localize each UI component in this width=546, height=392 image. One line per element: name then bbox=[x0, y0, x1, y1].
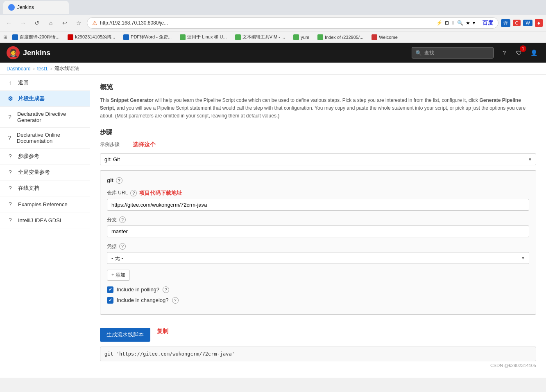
bookmark-index-icon bbox=[317, 34, 323, 40]
undo-nav-btn[interactable]: ↩ bbox=[59, 17, 70, 29]
browser-toolbar: ← → ↺ ⌂ ↩ ☆ ⚠ http://192.168.70.130:8080… bbox=[0, 15, 546, 31]
include-polling-help-icon[interactable]: ? bbox=[163, 286, 169, 293]
sidebar-online-doc-label: 在线文档 bbox=[18, 185, 39, 192]
repo-url-help-icon[interactable]: ? bbox=[130, 190, 137, 196]
sidebar-item-examples-ref[interactable]: ? Examples Reference bbox=[0, 196, 90, 212]
branch-input[interactable] bbox=[107, 225, 529, 237]
include-polling-checkbox[interactable] bbox=[107, 286, 113, 293]
credentials-select-wrapper[interactable]: - 无 - bbox=[107, 252, 529, 264]
user-icon-btn[interactable]: 👤 bbox=[528, 47, 539, 59]
output-box: git 'https://gitee.com/wukongcrm/72crm-j… bbox=[100, 347, 536, 361]
decl-online-doc-icon: ? bbox=[7, 134, 13, 142]
sidebar-item-steps-ref[interactable]: ? 步骤参考 bbox=[0, 149, 90, 164]
generate-btn[interactable]: 生成流水线脚本 bbox=[100, 328, 150, 342]
ext-color-icon[interactable]: C bbox=[513, 20, 521, 26]
forward-nav-btn[interactable]: → bbox=[17, 17, 29, 29]
sidebar-back-label: 返回 bbox=[18, 79, 29, 86]
repo-url-label: 仓库 URL bbox=[107, 189, 128, 196]
step-select-wrapper[interactable]: git: Git checkout: Check out from versio… bbox=[100, 153, 536, 165]
breadcrumb-test1[interactable]: test1 bbox=[37, 66, 48, 72]
ext-translate-icon[interactable]: 译 bbox=[501, 19, 510, 27]
bookmark-welcome[interactable]: Welcome bbox=[368, 34, 401, 41]
sidebar-examples-ref-label: Examples Reference bbox=[18, 201, 68, 207]
reload-nav-btn[interactable]: ↺ bbox=[31, 17, 43, 29]
bookmark-welcome-icon bbox=[372, 34, 377, 40]
credentials-help-icon[interactable]: ? bbox=[119, 243, 126, 250]
header-search[interactable]: 🔍 bbox=[412, 47, 494, 59]
bookmark-csdn[interactable]: k2902314105的博... bbox=[64, 33, 118, 41]
sidebar-item-snippet-gen[interactable]: ⚙ 片段生成器 bbox=[0, 91, 90, 107]
breadcrumb: Dashboard › test1 › 流水线语法 bbox=[0, 63, 546, 75]
bookmark-linux[interactable]: 适用于 Linux 和 U... bbox=[177, 33, 230, 41]
translate-icon: T bbox=[451, 20, 454, 26]
home-nav-btn[interactable]: ⌂ bbox=[45, 17, 57, 29]
select-annotation: 选择这个 bbox=[133, 141, 156, 149]
add-btn-container: + 添加 bbox=[107, 270, 529, 281]
ext-extra-icon[interactable]: ♦ bbox=[535, 19, 543, 27]
output-code: git 'https://gitee.com/wukongcrm/72crm-j… bbox=[104, 351, 235, 357]
branch-help-icon[interactable]: ? bbox=[119, 216, 126, 223]
bookmark-index[interactable]: Index of /232905/... bbox=[314, 34, 367, 41]
git-header-label: git bbox=[107, 177, 113, 183]
sidebar-item-back[interactable]: ↑ 返回 bbox=[0, 75, 90, 91]
bookmark-pdf[interactable]: PDF转Word - 免费... bbox=[120, 33, 175, 41]
bookmark-baidu[interactable]: 百度翻译-200种语... bbox=[9, 33, 63, 41]
search-icon: 🔍 bbox=[457, 20, 463, 26]
sidebar-item-global-var-ref[interactable]: ? 全局变量参考 bbox=[0, 164, 90, 180]
bookmarks-bar-icon: ⊞ bbox=[3, 34, 7, 40]
browser-tab[interactable]: Jenkins bbox=[3, 1, 69, 14]
search-input[interactable] bbox=[424, 50, 482, 56]
bookmark-baidu-label: 百度翻译-200种语... bbox=[20, 34, 59, 40]
cast-icon: ⊡ bbox=[445, 20, 449, 26]
sidebar-item-decl-dir-gen[interactable]: ? Declarative Directive Generator bbox=[0, 107, 90, 128]
lightning-icon: ⚡ bbox=[436, 20, 442, 26]
step-select[interactable]: git: Git checkout: Check out from versio… bbox=[100, 153, 536, 165]
content-area: 概览 This Snippet Generator will help you … bbox=[90, 75, 546, 378]
sidebar-decl-dir-gen-label: Declarative Directive Generator bbox=[17, 111, 83, 123]
sidebar-intellij-gdsl-label: IntelliJ IDEA GDSL bbox=[18, 217, 63, 223]
repo-url-label-row: 仓库 URL ? 项目代码下载地址 bbox=[107, 189, 529, 197]
include-changelog-checkbox[interactable] bbox=[107, 297, 113, 304]
security-icon-btn[interactable]: 🛡 1 bbox=[513, 47, 525, 59]
sidebar-item-intellij-gdsl[interactable]: ? IntelliJ IDEA GDSL bbox=[0, 212, 90, 228]
help-icon-btn[interactable]: ? bbox=[498, 47, 510, 59]
snippet-gen-icon: ⚙ bbox=[7, 95, 14, 102]
git-help-icon[interactable]: ? bbox=[116, 177, 122, 184]
bookmark-nav-btn[interactable]: ☆ bbox=[73, 17, 84, 29]
steps-ref-icon: ? bbox=[7, 153, 14, 160]
back-icon: ↑ bbox=[7, 79, 14, 86]
add-btn[interactable]: + 添加 bbox=[107, 270, 130, 281]
security-badge: 1 bbox=[520, 45, 526, 52]
repo-url-input[interactable] bbox=[107, 199, 529, 211]
include-changelog-help-icon[interactable]: ? bbox=[172, 297, 179, 304]
breadcrumb-dashboard[interactable]: Dashboard bbox=[7, 66, 31, 72]
address-bar[interactable]: ⚠ http://192.168.70.130:8080/je... ⚡ ⊡ T… bbox=[87, 17, 498, 29]
ext-word-icon[interactable]: W bbox=[523, 20, 532, 26]
bookmark-yum-label: yum bbox=[301, 35, 309, 40]
credentials-field-group: 凭据 ? - 无 - bbox=[107, 243, 529, 264]
sidebar: ↑ 返回 ⚙ 片段生成器 ? Declarative Directive Gen… bbox=[0, 75, 90, 378]
description-text: This Snippet Generator will help you lea… bbox=[100, 97, 536, 120]
back-nav-btn[interactable]: ← bbox=[3, 17, 15, 29]
sidebar-item-decl-online-doc[interactable]: ? Declarative Online Documentation bbox=[0, 128, 90, 149]
generate-bold: Generate Pipeline Script bbox=[100, 97, 521, 111]
tab-favicon bbox=[8, 4, 15, 11]
bookmark-vim-label: 文本编辑工具VIM - ... bbox=[242, 34, 285, 40]
intellij-gdsl-icon: ? bbox=[7, 216, 14, 224]
global-var-ref-icon: ? bbox=[7, 169, 14, 176]
address-url: http://192.168.70.130:8080/je... bbox=[100, 20, 434, 26]
baidu-logo: 百度 bbox=[483, 19, 493, 27]
jenkins-logo: 🤵 Jenkins bbox=[7, 46, 50, 59]
repo-url-field-group: 仓库 URL ? 项目代码下载地址 bbox=[107, 189, 529, 211]
sidebar-snippet-gen-label: 片段生成器 bbox=[18, 95, 45, 102]
search-magnifier-icon: 🔍 bbox=[415, 50, 422, 56]
credentials-select[interactable]: - 无 - bbox=[107, 252, 529, 264]
bookmark-index-label: Index of /232905/... bbox=[325, 35, 363, 40]
bookmark-linux-label: 适用于 Linux 和 U... bbox=[187, 34, 227, 40]
git-header: git ? bbox=[107, 177, 529, 184]
star-icon: ★ bbox=[466, 20, 470, 26]
sidebar-item-online-doc[interactable]: ? 在线文档 bbox=[0, 180, 90, 196]
bookmark-yum[interactable]: yum bbox=[290, 34, 313, 41]
bookmark-vim[interactable]: 文本编辑工具VIM - ... bbox=[232, 33, 289, 41]
include-changelog-label: Include in changelog? bbox=[117, 297, 169, 303]
